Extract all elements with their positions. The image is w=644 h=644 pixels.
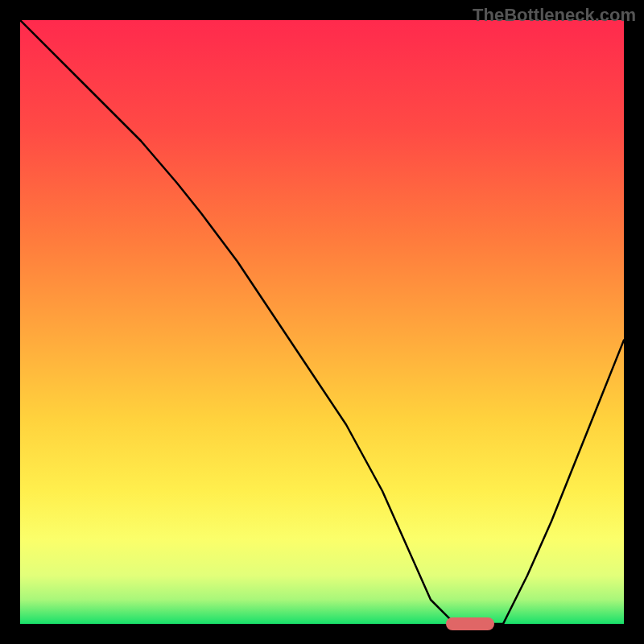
- optimal-range-marker: [446, 617, 494, 630]
- chart-plot-area: [20, 20, 624, 624]
- chart-svg: [20, 20, 624, 624]
- watermark-text: TheBottleneck.com: [473, 5, 636, 26]
